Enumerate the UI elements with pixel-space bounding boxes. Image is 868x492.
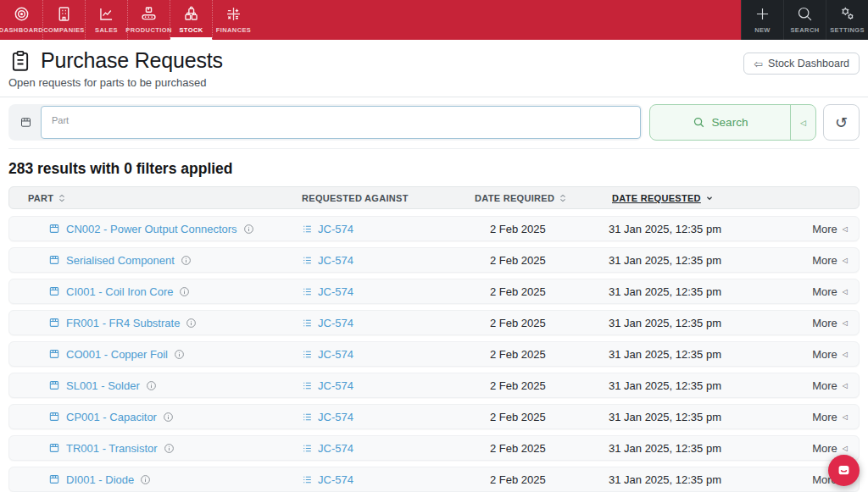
- table-row[interactable]: TR001 - Transistor JC-574 2 Feb 2025 31 …: [8, 435, 860, 461]
- info-icon[interactable]: [179, 286, 190, 297]
- list-icon: [302, 412, 313, 423]
- stock-dashboard-button[interactable]: ⇦ Stock Dashboard: [743, 53, 860, 75]
- info-icon[interactable]: [146, 380, 157, 391]
- nav-item-settings[interactable]: SETTINGS: [826, 0, 868, 40]
- nav-label: SETTINGS: [830, 26, 865, 34]
- date-required-cell: 2 Feb 2025: [463, 285, 600, 298]
- search-icon: [796, 5, 814, 23]
- part-icon: [10, 116, 41, 129]
- table-row[interactable]: CN002 - Power Output Connectors JC-574 2…: [8, 216, 860, 241]
- gears-icon: [838, 5, 856, 23]
- header-divider: [0, 97, 868, 97]
- requested-against-cell: JC-574: [289, 317, 463, 329]
- row-more-button[interactable]: More ◁: [812, 379, 848, 392]
- row-more-button[interactable]: More ◁: [812, 317, 848, 329]
- table-row[interactable]: CO001 - Copper Foil JC-574 2 Feb 2025 31…: [8, 341, 860, 367]
- column-header-date-required[interactable]: DATE REQUIRED: [463, 193, 600, 203]
- part-cell: SL001 - Solder: [9, 379, 289, 392]
- date-requested-cell: 31 Jan 2025, 12:35 pm: [600, 317, 774, 329]
- table-row[interactable]: Serialised Component JC-574 2 Feb 2025 3…: [8, 247, 860, 273]
- part-link[interactable]: Serialised Component: [66, 254, 175, 267]
- date-requested-cell: 31 Jan 2025, 12:35 pm: [600, 473, 774, 486]
- part-icon: [48, 317, 60, 329]
- requested-against-cell: JC-574: [289, 379, 463, 392]
- chat-bubble-icon: [836, 462, 852, 478]
- nav-label: SEARCH: [790, 26, 819, 34]
- part-link[interactable]: TR001 - Transistor: [66, 442, 158, 455]
- nav-label: SALES: [95, 26, 118, 34]
- chevron-left-icon: ◁: [800, 119, 806, 127]
- requested-against-link[interactable]: JC-574: [318, 379, 353, 392]
- chevron-left-icon: ◁: [843, 413, 848, 421]
- part-cell: TR001 - Transistor: [9, 442, 289, 455]
- requested-against-link[interactable]: JC-574: [318, 285, 353, 298]
- part-link[interactable]: DI001 - Diode: [66, 473, 134, 486]
- date-required-cell: 2 Feb 2025: [463, 411, 600, 423]
- table-row[interactable]: CI001 - Coil Iron Core JC-574 2 Feb 2025…: [8, 279, 860, 304]
- nav-item-companies[interactable]: COMPANIES: [42, 0, 85, 40]
- table-row[interactable]: CP001 - Capacitor JC-574 2 Feb 2025 31 J…: [8, 404, 860, 429]
- info-icon[interactable]: [243, 224, 254, 235]
- nav-label: DASHBOARD: [0, 26, 43, 34]
- part-filter-input[interactable]: Part: [41, 106, 641, 139]
- info-icon[interactable]: [140, 474, 151, 485]
- requested-against-link[interactable]: JC-574: [318, 317, 353, 329]
- sort-selector-icon: [57, 193, 67, 203]
- nav-item-stock[interactable]: STOCK: [170, 0, 212, 40]
- main-content: Purchase Requests Open requests for part…: [0, 40, 868, 492]
- search-options-button[interactable]: ◁: [790, 105, 815, 140]
- row-more-button[interactable]: More ◁: [812, 254, 848, 267]
- row-more-button[interactable]: More ◁: [812, 411, 848, 423]
- requested-against-link[interactable]: JC-574: [318, 442, 353, 455]
- reset-filters-button[interactable]: ↺: [823, 104, 860, 141]
- requested-against-link[interactable]: JC-574: [318, 223, 353, 235]
- part-link[interactable]: CN002 - Power Output Connectors: [66, 223, 237, 235]
- requested-against-cell: JC-574: [289, 254, 463, 267]
- info-icon[interactable]: [181, 255, 192, 266]
- date-requested-cell: 31 Jan 2025, 12:35 pm: [600, 348, 774, 361]
- part-link[interactable]: CI001 - Coil Iron Core: [66, 285, 173, 298]
- nav-item-production[interactable]: PRODUCTION: [127, 0, 170, 40]
- part-link[interactable]: SL001 - Solder: [66, 379, 140, 392]
- date-requested-cell: 31 Jan 2025, 12:35 pm: [600, 223, 774, 235]
- nav-item-finances[interactable]: FINANCES: [212, 0, 254, 40]
- part-icon: [48, 254, 60, 266]
- requested-against-link[interactable]: JC-574: [318, 254, 353, 267]
- results-summary: 283 results with 0 filters applied: [8, 160, 860, 178]
- row-more-button[interactable]: More ◁: [812, 285, 848, 298]
- search-button-label: Search: [712, 116, 748, 129]
- nav-item-search[interactable]: SEARCH: [783, 0, 826, 40]
- column-header-part[interactable]: PART: [9, 193, 289, 203]
- row-more-button[interactable]: More ◁: [812, 223, 848, 235]
- search-button[interactable]: Search: [650, 105, 790, 140]
- part-link[interactable]: CP001 - Capacitor: [66, 411, 157, 423]
- column-header-date-requested[interactable]: DATE REQUESTED: [600, 193, 774, 203]
- nav-item-dashboard[interactable]: DASHBOARD: [0, 0, 42, 40]
- requested-against-link[interactable]: JC-574: [318, 473, 353, 486]
- main-nav-items: DASHBOARD COMPANIES SALES PRODUCTION STO…: [0, 0, 254, 40]
- date-requested-cell: 31 Jan 2025, 12:35 pm: [600, 411, 774, 423]
- clipboard-icon: [8, 49, 32, 73]
- nav-item-sales[interactable]: SALES: [85, 0, 127, 40]
- date-requested-cell: 31 Jan 2025, 12:35 pm: [600, 285, 774, 298]
- part-icon: [48, 223, 60, 235]
- info-icon[interactable]: [163, 412, 174, 423]
- row-more-button[interactable]: More ◁: [812, 348, 848, 361]
- requested-against-link[interactable]: JC-574: [318, 411, 353, 423]
- row-more-button[interactable]: More ◁: [812, 442, 848, 455]
- chat-launcher-button[interactable]: [828, 455, 860, 486]
- conveyor-icon: [140, 5, 158, 23]
- requested-against-link[interactable]: JC-574: [318, 348, 353, 361]
- part-link[interactable]: CO001 - Copper Foil: [66, 348, 168, 361]
- chevron-left-icon: ◁: [843, 351, 848, 358]
- table-row[interactable]: SL001 - Solder JC-574 2 Feb 2025 31 Jan …: [8, 373, 860, 398]
- reset-icon: ↺: [835, 114, 848, 131]
- info-icon[interactable]: [164, 443, 175, 454]
- table-row[interactable]: FR001 - FR4 Substrate JC-574 2 Feb 2025 …: [8, 310, 860, 335]
- part-link[interactable]: FR001 - FR4 Substrate: [66, 317, 180, 329]
- date-required-cell: 2 Feb 2025: [463, 379, 600, 392]
- table-row[interactable]: DI001 - Diode JC-574 2 Feb 2025 31 Jan 2…: [8, 467, 860, 492]
- nav-item-new[interactable]: NEW: [741, 0, 783, 40]
- info-icon[interactable]: [174, 349, 185, 360]
- info-icon[interactable]: [186, 318, 197, 329]
